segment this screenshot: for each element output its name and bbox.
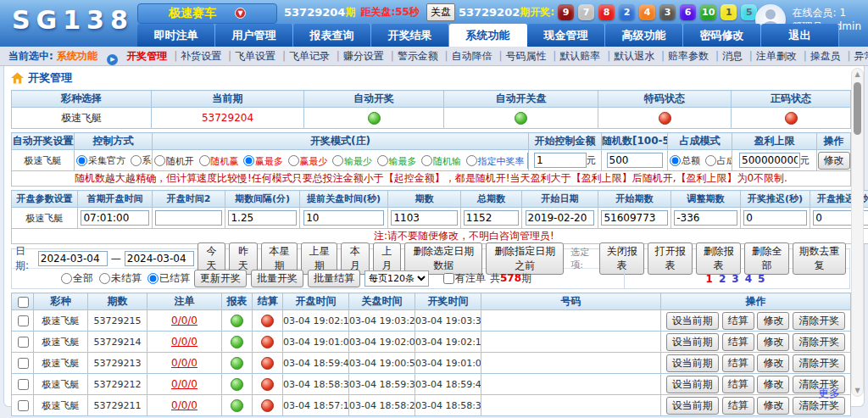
settle-button[interactable]: 结算 bbox=[722, 312, 754, 330]
bets-count-link[interactable]: 0/0/0 bbox=[171, 357, 198, 369]
settle-button[interactable]: 结算 bbox=[722, 376, 754, 393]
batch-action-button[interactable]: 批量结算 bbox=[308, 270, 360, 287]
draw-mode-radio[interactable] bbox=[377, 155, 388, 166]
row-select-checkbox[interactable] bbox=[18, 315, 29, 326]
bets-count-link[interactable]: 0/0/0 bbox=[171, 378, 198, 390]
submenu-item[interactable]: 赔率参数 bbox=[668, 50, 709, 62]
settle-button[interactable]: 结算 bbox=[722, 397, 754, 415]
set-current-period-button[interactable]: 设当前期 bbox=[666, 397, 719, 415]
draw-mode-option[interactable]: 赢最少 bbox=[287, 155, 328, 166]
draw-mode-option[interactable]: 输最多 bbox=[376, 155, 417, 166]
pagination-link[interactable]: 4 bbox=[745, 273, 752, 285]
draw-mode-option[interactable]: 赢最多 bbox=[242, 155, 283, 166]
draw-mode-option[interactable]: 随机开 bbox=[153, 155, 194, 166]
control-mode-option[interactable]: 系统开奖 bbox=[129, 154, 153, 165]
set-current-period-button[interactable]: 设当前期 bbox=[666, 354, 719, 372]
submenu-item[interactable]: 飞单设置 bbox=[235, 50, 275, 62]
clear-draw-button[interactable]: 清除开奖 bbox=[793, 354, 845, 372]
settle-status-light[interactable] bbox=[261, 315, 274, 327]
draw-mode-radio[interactable] bbox=[199, 155, 210, 166]
draw-mode-radio[interactable] bbox=[421, 155, 432, 166]
modify-button[interactable]: 修改 bbox=[757, 354, 789, 372]
nav-tab[interactable]: 高级功能 bbox=[605, 24, 683, 47]
date-to-input[interactable] bbox=[125, 251, 194, 266]
auto-draw-status-light[interactable] bbox=[368, 112, 381, 125]
open-param-input[interactable] bbox=[155, 210, 221, 226]
set-current-period-button[interactable]: 设当前期 bbox=[666, 312, 719, 330]
bets-count-link[interactable]: 0/0/0 bbox=[171, 399, 198, 411]
control-mode-radio[interactable] bbox=[131, 155, 142, 166]
set-current-period-button[interactable]: 设当前期 bbox=[666, 376, 719, 393]
open-param-input[interactable] bbox=[674, 210, 737, 226]
open-param-input[interactable] bbox=[303, 210, 384, 226]
pagination-link[interactable]: 5 bbox=[758, 273, 765, 285]
control-mode-radio[interactable] bbox=[76, 155, 87, 166]
settle-filter-radio[interactable] bbox=[99, 273, 110, 284]
has-bets-option[interactable]: 有注单 bbox=[442, 271, 486, 286]
draw-mode-option[interactable]: 随机赢 bbox=[198, 155, 239, 166]
submenu-item[interactable]: 补货设置 bbox=[181, 50, 221, 62]
submenu-item[interactable]: 号码属性 bbox=[505, 50, 546, 62]
nav-tab[interactable]: 退出 bbox=[761, 24, 839, 47]
settle-status-light[interactable] bbox=[261, 357, 274, 370]
report-status-light[interactable] bbox=[231, 315, 243, 327]
submenu-item[interactable]: 操盘员 bbox=[810, 50, 841, 62]
nav-tab[interactable]: 系统功能 bbox=[449, 24, 527, 47]
special-code-status-light[interactable] bbox=[659, 112, 671, 125]
share-mode-radio[interactable] bbox=[670, 155, 681, 166]
draw-mode-radio[interactable] bbox=[466, 155, 477, 166]
row-select-checkbox[interactable] bbox=[18, 358, 29, 369]
report-status-light[interactable] bbox=[231, 336, 243, 348]
profit-cap-input[interactable] bbox=[739, 153, 800, 168]
bets-count-link[interactable]: 0/0/0 bbox=[171, 336, 198, 348]
game-selector-dropdown[interactable]: 极速赛车 ▼ bbox=[137, 3, 277, 24]
open-param-input[interactable] bbox=[81, 210, 148, 226]
nav-tab[interactable]: 开奖结果 bbox=[371, 24, 449, 47]
row-select-checkbox[interactable] bbox=[18, 337, 29, 348]
nav-tab[interactable]: 密码修改 bbox=[683, 24, 761, 47]
nav-tab[interactable]: 用户管理 bbox=[215, 24, 293, 47]
auto-open-close-status-light[interactable] bbox=[515, 112, 527, 125]
open-param-input[interactable] bbox=[391, 210, 457, 226]
modify-button[interactable]: 修改 bbox=[757, 333, 789, 351]
share-mode-option[interactable]: 占成 bbox=[704, 154, 732, 165]
normal-code-status-light[interactable] bbox=[785, 112, 798, 125]
nav-tab[interactable]: 即时注单 bbox=[137, 24, 215, 47]
open-param-input[interactable] bbox=[526, 210, 595, 226]
submenu-item-active[interactable]: 开奖管理 bbox=[126, 50, 167, 62]
scrollbar-thumb[interactable] bbox=[854, 82, 861, 135]
submenu-item[interactable]: 飞单记录 bbox=[289, 50, 330, 62]
select-all-checkbox[interactable] bbox=[18, 297, 29, 308]
settle-filter-option[interactable]: 全部 bbox=[59, 271, 93, 286]
draw-mode-option[interactable]: 输最少 bbox=[331, 155, 372, 166]
control-mode-option[interactable]: 采集官方 bbox=[75, 154, 125, 165]
modify-button[interactable]: 修改 bbox=[757, 397, 789, 415]
settle-button[interactable]: 结算 bbox=[722, 354, 754, 372]
draw-mode-radio[interactable] bbox=[332, 155, 343, 166]
batch-action-button[interactable]: 批量开奖 bbox=[251, 270, 303, 287]
page-size-select[interactable]: 每页120条 bbox=[364, 270, 429, 287]
pagination-link[interactable]: 1 bbox=[706, 273, 713, 285]
scroll-up-arrow-icon[interactable]: ▲ bbox=[852, 70, 863, 78]
bets-count-link[interactable]: 0/0/0 bbox=[171, 315, 198, 326]
submenu-item[interactable]: 消息 bbox=[722, 50, 743, 62]
report-status-light[interactable] bbox=[231, 357, 243, 370]
nav-tab[interactable]: 报表查询 bbox=[293, 24, 371, 47]
pagination-link[interactable]: 3 bbox=[732, 273, 738, 285]
share-mode-option[interactable]: 总额 bbox=[668, 154, 700, 165]
report-status-light[interactable] bbox=[231, 399, 243, 412]
open-param-input[interactable] bbox=[601, 210, 667, 226]
start-control-amount-input[interactable] bbox=[534, 153, 587, 168]
close-market-button[interactable]: 关盘 bbox=[426, 3, 455, 21]
report-status-light[interactable] bbox=[231, 378, 243, 391]
draw-mode-option[interactable]: 随机输 bbox=[420, 155, 461, 166]
settle-status-light[interactable] bbox=[261, 336, 274, 348]
submenu-item[interactable]: 默认赔率 bbox=[559, 50, 600, 62]
row-select-checkbox[interactable] bbox=[18, 400, 29, 411]
batch-action-button[interactable]: 更新开奖 bbox=[194, 270, 247, 287]
submenu-item[interactable]: 默认退水 bbox=[614, 50, 654, 62]
draw-mode-radio[interactable] bbox=[154, 155, 165, 166]
settle-status-light[interactable] bbox=[261, 399, 274, 412]
open-param-input[interactable] bbox=[228, 210, 296, 226]
pagination-link[interactable]: 2 bbox=[719, 273, 726, 285]
